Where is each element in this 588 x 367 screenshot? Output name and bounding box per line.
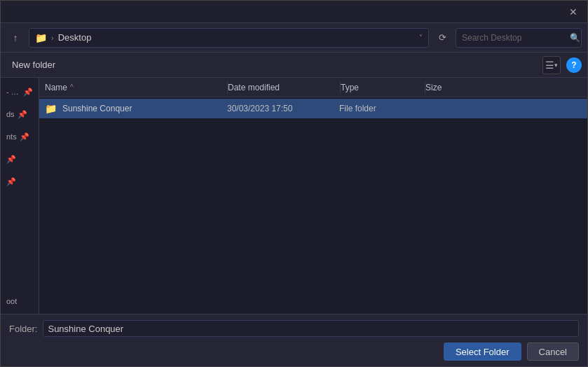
file-area: Name ^ Date modified Type Size [39, 78, 587, 314]
cancel-button[interactable]: Cancel [527, 342, 579, 361]
refresh-icon: ⟳ [439, 32, 446, 43]
refresh-button[interactable]: ⟳ [433, 29, 451, 47]
column-size[interactable]: Size [425, 83, 481, 92]
file-date-cell: 30/03/2023 17:50 [227, 104, 339, 113]
pin-icon-4: 📌 [6, 177, 16, 186]
sidebar-item-2[interactable]: nts 📌 [1, 125, 39, 148]
help-button[interactable]: ? [566, 57, 582, 73]
file-list: 📁 Sunshine Conquer 30/03/2023 17:50 File… [39, 97, 587, 314]
view-button[interactable]: ☰ ▾ [542, 56, 561, 74]
pin-icon-2: 📌 [20, 132, 29, 141]
folder-label: Folder: [9, 324, 37, 334]
path-dropdown-icon[interactable]: ˅ [419, 34, 423, 41]
folder-input[interactable] [43, 320, 579, 337]
file-name: Sunshine Conquer [62, 104, 132, 113]
sidebar-label-0: - Pers [6, 88, 20, 96]
file-type-cell: File folder [339, 104, 423, 113]
table-row[interactable]: 📁 Sunshine Conquer 30/03/2023 17:50 File… [39, 99, 587, 118]
sort-arrow: ^ [70, 83, 74, 91]
column-header: Name ^ Date modified Type Size [39, 78, 587, 97]
up-button[interactable]: ↑ [6, 29, 25, 47]
sidebar-item-4[interactable]: 📌 [1, 170, 39, 193]
pin-icon-1: 📌 [18, 110, 27, 119]
folder-input-row: Folder: [9, 320, 579, 337]
new-folder-button[interactable]: New folder [6, 57, 61, 72]
sidebar-root-label: oot [6, 297, 17, 305]
help-icon: ? [571, 60, 576, 70]
file-name-cell: 📁 Sunshine Conquer [45, 103, 227, 114]
address-path[interactable]: 📁 › Desktop ˅ [29, 28, 429, 48]
search-input[interactable] [462, 33, 567, 43]
close-button[interactable]: ✕ [563, 2, 583, 22]
bottom-bar: Folder: Select Folder Cancel [1, 314, 587, 366]
sidebar-item-1[interactable]: ds 📌 [1, 103, 39, 125]
sidebar-item-3[interactable]: 📌 [1, 148, 39, 170]
pin-icon-0: 📌 [23, 88, 33, 97]
search-icon: 🔍 [570, 33, 580, 43]
sidebar-label-1: ds [6, 110, 15, 118]
main-content: - Pers 📌 ds 📌 nts 📌 📌 📌 oot [1, 78, 587, 314]
toolbar: New folder ☰ ▾ ? [1, 53, 587, 78]
view-icon: ☰ [545, 60, 554, 71]
title-bar: ✕ [1, 1, 587, 23]
search-box: 🔍 [456, 28, 582, 48]
dialog-window: ✕ ↑ 📁 › Desktop ˅ ⟳ 🔍 New folder ☰ ▾ ? [0, 0, 588, 367]
view-dropdown-icon: ▾ [554, 62, 558, 69]
folder-icon: 📁 [35, 32, 47, 43]
address-bar: ↑ 📁 › Desktop ˅ ⟳ 🔍 [1, 23, 587, 53]
path-text: Desktop [58, 32, 92, 43]
breadcrumb-separator: › [51, 34, 54, 42]
sidebar-item-0[interactable]: - Pers 📌 [1, 81, 39, 103]
up-icon: ↑ [13, 32, 18, 43]
pin-icon-3: 📌 [6, 155, 16, 164]
select-folder-button[interactable]: Select Folder [444, 342, 521, 361]
folder-icon-sm: 📁 [45, 103, 57, 114]
sidebar-item-root[interactable]: oot [1, 291, 39, 311]
column-type[interactable]: Type [341, 83, 425, 92]
button-row: Select Folder Cancel [9, 342, 579, 361]
sidebar: - Pers 📌 ds 📌 nts 📌 📌 📌 oot [1, 78, 39, 314]
sidebar-label-2: nts [6, 132, 17, 141]
column-date[interactable]: Date modified [228, 83, 340, 92]
column-name[interactable]: Name ^ [45, 83, 227, 92]
